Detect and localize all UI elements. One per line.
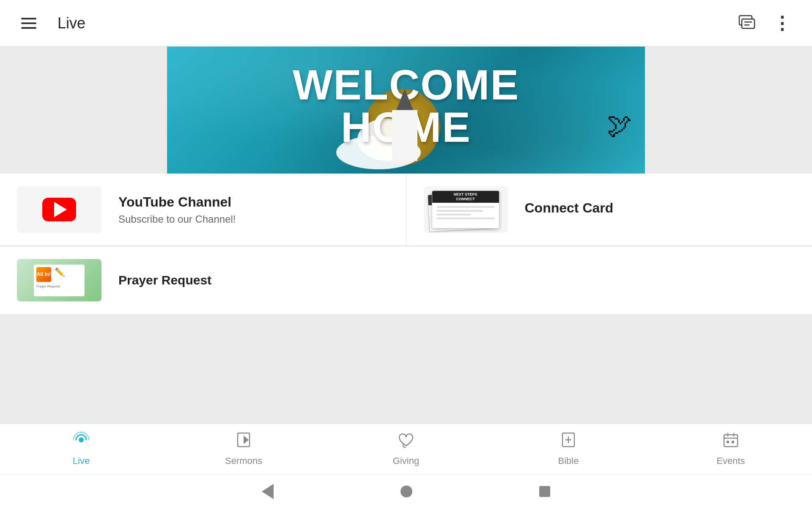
prayer-title: Prayer Request [118, 273, 211, 287]
recents-button[interactable] [539, 486, 550, 497]
connect-line-2 [436, 210, 483, 212]
youtube-title: YouTube Channel [118, 194, 236, 210]
connect-card-body [432, 203, 499, 225]
nav-label-bible: Bible [558, 456, 579, 467]
connect-line-3 [436, 214, 472, 215]
svg-rect-15 [732, 441, 734, 443]
connect-card[interactable]: NEXT STEPSCONNECT NEXT STEPSCONNECT [406, 174, 812, 246]
prayer-sticker: All In! [36, 267, 51, 282]
chat-icon[interactable] [738, 13, 756, 33]
bottom-navigation: Live Sermons Giving Bib [0, 423, 812, 474]
sermons-icon [235, 431, 252, 452]
dove-illustration [607, 110, 632, 140]
more-icon[interactable]: ⋮ [773, 14, 791, 32]
nav-label-events: Events [716, 456, 745, 467]
nav-label-giving: Giving [393, 456, 419, 467]
nav-label-sermons: Sermons [225, 456, 262, 467]
youtube-card[interactable]: YouTube Channel Subscribe to our Channel… [0, 174, 406, 246]
connect-card-header-text: NEXT STEPSCONNECT [453, 192, 477, 202]
recents-icon [539, 486, 550, 497]
main-content: WELCOME HOME YouTube Channel Subscribe t… [0, 47, 812, 423]
connect-info: Connect Card [525, 200, 614, 219]
prayer-section[interactable]: All In! ✏️ Prayer Request Prayer Request [0, 246, 812, 314]
svg-rect-1 [742, 19, 754, 28]
youtube-thumbnail [17, 186, 102, 233]
nav-item-giving[interactable]: Giving [325, 424, 487, 474]
bible-icon [560, 431, 577, 452]
cards-section: YouTube Channel Subscribe to our Channel… [0, 174, 812, 246]
app-header: Live ⋮ [0, 0, 812, 47]
church-illustration [392, 110, 417, 161]
svg-point-4 [79, 437, 84, 442]
prayer-pencils-icon: ✏️ [55, 267, 65, 282]
back-button[interactable] [262, 484, 274, 499]
prayer-card-top: All In! ✏️ [36, 267, 82, 282]
home-button[interactable] [401, 486, 412, 497]
prayer-bg: All In! ✏️ Prayer Request [17, 259, 102, 301]
connect-card-image: NEXT STEPSCONNECT [432, 190, 499, 229]
youtube-info: YouTube Channel Subscribe to our Channel… [118, 194, 236, 225]
header-actions: ⋮ [738, 13, 791, 33]
live-icon [73, 431, 90, 452]
prayer-label: Prayer Request [36, 284, 82, 288]
hero-banner: WELCOME HOME [167, 47, 645, 174]
nav-item-sermons[interactable]: Sermons [162, 424, 325, 474]
back-icon [262, 484, 274, 499]
home-icon [401, 486, 412, 497]
youtube-icon [42, 198, 76, 221]
page-title: Live [58, 14, 85, 32]
youtube-play-icon [54, 202, 67, 217]
connect-line-1 [436, 206, 495, 208]
svg-marker-6 [244, 436, 249, 444]
nav-item-bible[interactable]: Bible [487, 424, 650, 474]
nav-item-events[interactable]: Events [650, 424, 812, 474]
connect-thumbnail: NEXT STEPSCONNECT NEXT STEPSCONNECT [423, 186, 508, 233]
connect-line-4 [436, 218, 495, 219]
android-nav-bar [0, 474, 812, 508]
prayer-thumbnail: All In! ✏️ Prayer Request [17, 259, 102, 301]
youtube-subtitle: Subscribe to our Channel! [118, 213, 236, 225]
connect-title: Connect Card [525, 200, 614, 216]
svg-rect-14 [727, 441, 729, 443]
nav-item-live[interactable]: Live [0, 424, 162, 474]
church-tower [392, 110, 417, 161]
nav-label-live: Live [73, 456, 90, 467]
events-icon [722, 431, 739, 452]
giving-icon [398, 431, 414, 452]
hamburger-icon[interactable] [21, 18, 36, 29]
prayer-card: All In! ✏️ Prayer Request [34, 265, 85, 296]
connect-card-header: NEXT STEPSCONNECT [432, 191, 499, 203]
svg-rect-10 [724, 435, 738, 447]
